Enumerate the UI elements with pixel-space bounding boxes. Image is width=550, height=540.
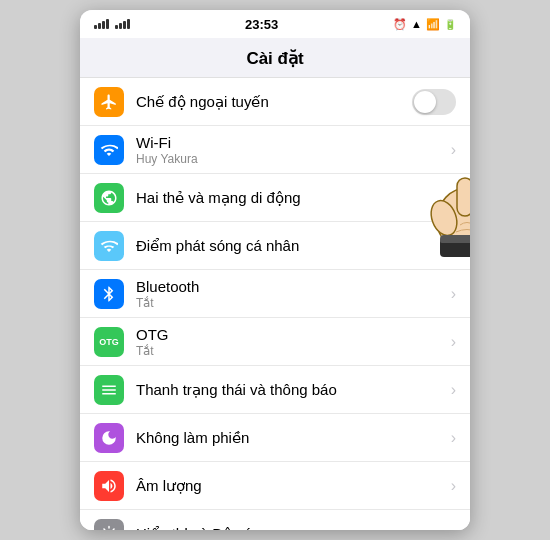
volume-chevron: › [451, 477, 456, 495]
sim-content: Hai thẻ và mạng di động [136, 189, 451, 207]
donotdisturb-content: Không làm phiền [136, 429, 451, 447]
signal-bars-1 [94, 19, 109, 29]
display-content: Hiển thị và Độ sáng [136, 525, 451, 531]
setting-row-volume[interactable]: Âm lượng› [80, 462, 470, 510]
setting-row-donotdisturb[interactable]: Không làm phiền› [80, 414, 470, 462]
notification-chevron: › [451, 381, 456, 399]
hotspot-icon [94, 231, 124, 261]
otg-content: OTGTắt [136, 326, 451, 358]
airplane-title: Chế độ ngoại tuyến [136, 93, 412, 111]
volume-icon [94, 471, 124, 501]
otg-chevron: › [451, 333, 456, 351]
signal-icon: 📶 [426, 18, 440, 31]
otg-subtitle: Tắt [136, 344, 451, 358]
donotdisturb-title: Không làm phiền [136, 429, 451, 447]
volume-title: Âm lượng [136, 477, 451, 495]
display-chevron: › [451, 525, 456, 531]
wifi-content: Wi-FiHuy Yakura [136, 134, 451, 166]
page-title: Cài đặt [246, 49, 303, 68]
bluetooth-title: Bluetooth [136, 278, 451, 295]
wifi-chevron: › [451, 141, 456, 159]
page-header: Cài đặt [80, 38, 470, 77]
wifi-icon: ▲ [411, 18, 422, 30]
bluetooth-subtitle: Tắt [136, 296, 451, 310]
signal-bars-2 [115, 19, 130, 29]
donotdisturb-icon [94, 423, 124, 453]
svg-rect-1 [457, 178, 470, 216]
airplane-icon [94, 87, 124, 117]
hand-pointer [412, 160, 470, 260]
hotspot-content: Điểm phát sóng cá nhân [136, 237, 451, 255]
settings-list: Chế độ ngoại tuyếnWi-FiHuy Yakura›Hai th… [80, 77, 470, 530]
hotspot-title: Điểm phát sóng cá nhân [136, 237, 451, 255]
airplane-toggle[interactable] [412, 89, 456, 115]
airplane-content: Chế độ ngoại tuyến [136, 93, 412, 111]
sim-icon [94, 183, 124, 213]
svg-rect-7 [440, 235, 470, 243]
setting-row-airplane[interactable]: Chế độ ngoại tuyến [80, 78, 470, 126]
setting-row-bluetooth[interactable]: BluetoothTắt› [80, 270, 470, 318]
airplane-toggle-switch[interactable] [412, 89, 456, 115]
notification-title: Thanh trạng thái và thông báo [136, 381, 451, 399]
notification-content: Thanh trạng thái và thông báo [136, 381, 451, 399]
setting-row-otg[interactable]: OTGOTGTắt› [80, 318, 470, 366]
sim-title: Hai thẻ và mạng di động [136, 189, 451, 207]
display-icon [94, 519, 124, 531]
bluetooth-icon [94, 279, 124, 309]
volume-content: Âm lượng [136, 477, 451, 495]
wifi-icon [94, 135, 124, 165]
wifi-title: Wi-Fi [136, 134, 451, 151]
otg-icon: OTG [94, 327, 124, 357]
display-title: Hiển thị và Độ sáng [136, 525, 451, 531]
otg-title: OTG [136, 326, 451, 343]
donotdisturb-chevron: › [451, 429, 456, 447]
status-right: ⏰ ▲ 📶 🔋 [393, 18, 456, 31]
bluetooth-chevron: › [451, 285, 456, 303]
battery-icon: 🔋 [444, 19, 456, 30]
notification-icon [94, 375, 124, 405]
status-time: 23:53 [245, 17, 278, 32]
status-left [94, 19, 130, 29]
setting-row-display[interactable]: Hiển thị và Độ sáng› [80, 510, 470, 530]
setting-row-notification[interactable]: Thanh trạng thái và thông báo› [80, 366, 470, 414]
alarm-icon: ⏰ [393, 18, 407, 31]
bluetooth-content: BluetoothTắt [136, 278, 451, 310]
phone-frame: 23:53 ⏰ ▲ 📶 🔋 Cài đặt Chế độ ngoại tuyến… [80, 10, 470, 530]
wifi-subtitle: Huy Yakura [136, 152, 451, 166]
status-bar: 23:53 ⏰ ▲ 📶 🔋 [80, 10, 470, 38]
